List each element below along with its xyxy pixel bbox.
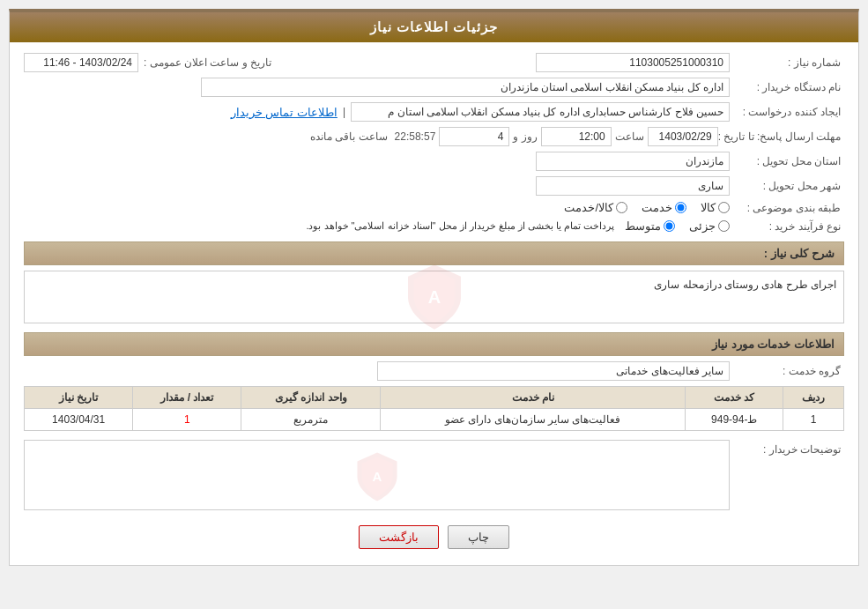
tabaqe-khedmat-label: خدمت [642, 201, 672, 214]
tabaqe-kala-khedmat-label: کالا/خدمت [564, 201, 613, 214]
ostan-value: مازندران [536, 152, 730, 171]
ijad-label: ایجاد کننده درخواست : [730, 106, 844, 118]
tarikh-label: تاریخ و ساعت اعلان عمومی : [144, 56, 271, 69]
cell-radif: 1 [783, 409, 844, 431]
ostan-label: استان محل تحویل : [730, 155, 844, 167]
noefrayand-jozii-label: جزئی [689, 219, 716, 233]
shahr-row: شهر محل تحویل : ساری [24, 176, 844, 196]
cell-tarikh: 1403/04/31 [25, 409, 133, 431]
tabaqe-kala-option[interactable]: کالا [701, 201, 730, 214]
noefrayand-jozii-option[interactable]: جزئی [689, 219, 730, 233]
noefrayand-row: نوع فرآیند خرید : جزئی متوسط پرداخت تمام… [24, 219, 844, 233]
ijad-link[interactable]: اطلاعات تماس خریدار [231, 106, 338, 119]
main-card: جزئیات اطلاعات نیاز شماره نیاز : 1103005… [9, 9, 859, 566]
tabaqe-khedmat-option[interactable]: خدمت [642, 201, 686, 214]
tarikh-value: 1403/02/24 - 11:46 [24, 53, 138, 72]
tabaqe-kala-khedmat-option[interactable]: کالا/خدمت [564, 201, 627, 214]
tozihat-row: توضیحات خریدار : A [24, 440, 844, 513]
ijad-value: حسین فلاح کارشناس حسابداری اداره کل بنیا… [351, 102, 730, 122]
shahr-label: شهر محل تحویل : [730, 180, 844, 192]
tozihat-area: A [24, 440, 730, 513]
grohe-value: سایر فعالیت‌های خدماتی [377, 361, 730, 381]
tozihat-textarea[interactable] [24, 440, 730, 510]
noefrayand-label: نوع فرآیند خرید : [730, 220, 844, 233]
tabaqe-radio-group: کالا خدمت کالا/خدمت [564, 201, 730, 214]
noefrayand-motovaset-label: متوسط [625, 219, 661, 233]
card-header: جزئیات اطلاعات نیاز [10, 12, 858, 42]
col-vahed: واحد اندازه گیری [241, 387, 381, 409]
cell-tedad: 1 [133, 409, 241, 431]
cell-name: فعالیت‌های سایر سازمان‌های دارای عضو [381, 409, 686, 431]
noefrayand-motovaset-option[interactable]: متوسط [625, 219, 675, 233]
tozihat-container: A [24, 440, 730, 513]
dastasgah-value: اداره کل بنیاد مسکن انقلاب اسلامی استان … [201, 78, 730, 97]
shahr-value: ساری [536, 176, 730, 196]
khadamat-table: ردیف کد خدمت نام خدمت واحد اندازه گیری ت… [24, 386, 844, 431]
mohlat-label: مهلت ارسال پاسخ: تا تاریخ : [718, 130, 844, 143]
noefrayand-jozii-radio[interactable] [718, 220, 730, 232]
ijad-row: ایجاد کننده درخواست : حسین فلاح کارشناس … [24, 102, 844, 122]
mohlat-saat-label: ساعت [615, 130, 644, 143]
sharh-area: A اجرای طرح هادی روستای درازمحله ساری [24, 271, 844, 323]
col-kod: کد خدمت [686, 387, 783, 409]
shield-watermark: A [399, 262, 470, 332]
back-button[interactable]: بازگشت [359, 525, 439, 549]
noefrayand-note: پرداخت تمام یا بخشی از مبلغ خریدار از مح… [306, 220, 614, 232]
col-tarikh: تاریخ نیاز [25, 387, 133, 409]
col-radif: ردیف [783, 387, 844, 409]
mohlat-saat2: 22:58:57 [395, 130, 436, 143]
col-tedad: تعداد / مقدار [133, 387, 241, 409]
dastasgah-label: نام دستگاه خریدار : [730, 81, 844, 93]
mohlat-row: مهلت ارسال پاسخ: تا تاریخ : 1403/02/29 س… [24, 127, 844, 146]
tabaqe-row: طبقه بندی موضوعی : کالا خدمت کالا/خدمت [24, 201, 844, 214]
shomare-niaz-row: شماره نیاز : 1103005251000310 تاریخ و سا… [24, 53, 844, 72]
mohlat-date: 1403/02/29 [648, 127, 718, 146]
khadamat-header-label: اطلاعات خدمات مورد نیاز [712, 338, 835, 351]
noefrayand-motovaset-radio[interactable] [664, 220, 675, 232]
tabaqe-label: طبقه بندی موضوعی : [730, 202, 844, 214]
table-row: 1 ط-94-949 فعالیت‌های سایر سازمان‌های دا… [25, 409, 844, 431]
dastasgah-row: نام دستگاه خریدار : اداره کل بنیاد مسکن … [24, 78, 844, 97]
page-title: جزئیات اطلاعات نیاز [370, 19, 498, 34]
mohlat-roz-label: روز و [513, 130, 537, 143]
mohlat-roz: 4 [439, 127, 509, 146]
tabaqe-kala-label: کالا [701, 201, 716, 214]
sharh-header-label: شرح کلی نیاز : [764, 247, 835, 260]
cell-kod: ط-94-949 [686, 409, 783, 431]
sharh-header: شرح کلی نیاز : [24, 241, 844, 265]
card-body: شماره نیاز : 1103005251000310 تاریخ و سا… [10, 42, 858, 565]
grohe-label: گروه خدمت : [730, 365, 844, 377]
ostan-row: استان محل تحویل : مازندران [24, 152, 844, 171]
mohlat-mande-label: ساعت باقی مانده [310, 130, 388, 143]
print-button[interactable]: چاپ [448, 525, 509, 549]
noefrayand-radio-group: جزئی متوسط [625, 219, 730, 233]
grohe-row: گروه خدمت : سایر فعالیت‌های خدماتی [24, 361, 844, 381]
cell-vahed: مترمربع [241, 409, 381, 431]
tabaqe-kala-khedmat-radio[interactable] [616, 202, 627, 213]
shomare-niaz-value: 1103005251000310 [536, 53, 730, 72]
shomare-niaz-label: شماره نیاز : [730, 56, 844, 69]
tozihat-label: توضیحات خریدار : [730, 440, 844, 456]
sharh-value: اجرای طرح هادی روستای درازمحله ساری [32, 279, 836, 291]
page-container: جزئیات اطلاعات نیاز شماره نیاز : 1103005… [0, 0, 868, 609]
mohlat-saat: 12:00 [541, 127, 612, 146]
button-row: چاپ بازگشت [24, 525, 844, 549]
tabaqe-kala-radio[interactable] [718, 202, 730, 213]
tabaqe-khedmat-radio[interactable] [675, 202, 686, 213]
col-name: نام خدمت [381, 387, 686, 409]
khadamat-header: اطلاعات خدمات مورد نیاز [24, 332, 844, 356]
